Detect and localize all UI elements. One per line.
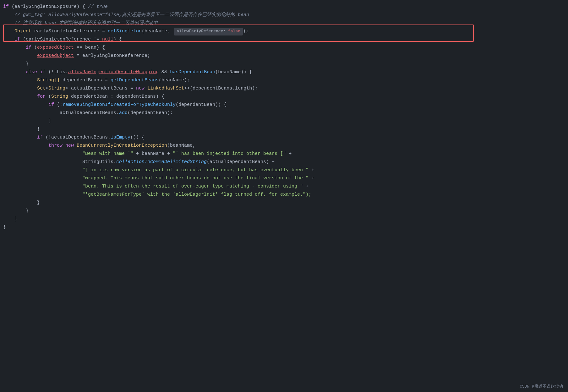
code-line: throw new BeanCurrentlyInCreationExcepti… [45,142,568,150]
code-text: && [159,68,170,76]
code-line: "Bean with name '" + beanName + "' has b… [79,150,568,158]
code-text: ( [46,93,51,101]
string-literal: "Bean with name '" [82,150,133,158]
type-keyword: String [51,93,68,101]
code-text: == bean) { [74,44,105,52]
code-line: } [0,224,568,232]
code-text: } [37,126,40,133]
code-line-highlighted: Object earlySingletonReference = getSing… [11,28,568,36]
keyword: if [3,3,9,11]
code-text [63,142,65,150]
variable: exposedObject [37,52,74,60]
keyword: throw [48,142,63,150]
type-keyword: BeanCurrentlyInCreationException [77,142,167,150]
code-line: if (earlySingletonExposure) { // true [0,3,568,11]
keyword: new [136,85,145,92]
code-text: <>(dependentBeans.length); [184,85,258,92]
code-text: (actualDependentBeans) + [207,158,275,166]
code-text: } [14,215,17,223]
type-keyword: String [48,85,65,92]
code-text: (beanName, [167,142,195,150]
code-text: } [26,60,29,68]
null-value: null [102,36,113,43]
code-text: + [303,183,309,190]
string-literal: "' has been injected into other beans [" [173,150,286,158]
code-line: if (earlySingletonReference != null) { [11,36,568,44]
code-text: (earlySingletonExposure) { [9,3,88,11]
function-name: collectionToCommaDelimitedString [116,158,207,166]
code-text: StringUtils. [82,158,116,166]
comment: // 注意现在 bean 才刚刚创建好还没有添加到一二级单例缓冲池中 [14,19,158,27]
footer: CSDN @魔道不误砍柴功 [515,382,568,392]
code-line: else if (!this.allowRawInjectionDespiteW… [23,68,568,77]
code-line: } [45,117,568,126]
code-text: ); [243,28,248,35]
code-text [145,85,147,92]
code-text: < [46,85,48,92]
tooltip-value: false [228,29,240,34]
type-keyword: Object [14,28,31,35]
code-text: actualDependentBeans. [60,109,119,117]
code-line: StringUtils.collectionToCommaDelimitedSt… [79,158,568,166]
code-line: Set<String> actualDependentBeans = new L… [34,85,568,93]
type-keyword: Set [37,85,46,92]
code-text: = earlySingletonReference; [74,52,150,60]
code-text: (beanName); [159,77,190,84]
code-text: ) { [113,36,122,43]
code-line: "] in its raw version as part of a circu… [79,166,568,175]
code-text: earlySingletonReference = [31,28,108,35]
code-text: + beanName + [133,150,173,158]
code-line: String[] dependentBeans = getDependentBe… [34,77,568,85]
code-text: (earlySingletonReference != [20,36,102,43]
keyword: if [40,68,46,76]
variable: allowRawInjectionDespiteWrapping [68,68,159,76]
function-name: getSingleton [108,28,142,35]
function-name: add [119,109,128,117]
code-line: } [11,215,568,224]
string-literal: "wrapped. This means that said other bea… [82,175,309,182]
code-line: if (!actualDependentBeans.isEmpty()) { [34,134,568,142]
comment: // gwm_tag: allowEarlyReference=false,其实… [14,11,249,19]
code-text: (beanName, [142,28,173,35]
function-name: getDependentBeans [111,77,159,84]
code-line: actualDependentBeans.add(dependentBean); [57,109,568,117]
code-text: > actualDependentBeans = [65,85,136,92]
keyword: if [26,44,31,52]
function-name: removeSingletonIfCreatedForTypeCheckOnly [63,101,176,109]
type-keyword: String[] [37,77,60,84]
code-line: "bean. This is often the result of over-… [79,183,568,191]
keyword: if [48,101,54,109]
code-line: "wrapped. This means that said other bea… [79,175,568,183]
parameter-tooltip: allowEarlyReference: false [174,28,243,35]
code-text: ( [31,44,37,52]
code-text: (!actualDependentBeans. [43,134,111,141]
string-literal: "] in its raw version as part of a circu… [82,166,309,174]
code-text: dependentBean : dependentBeans) { [68,93,164,101]
code-line: exposedObject = earlySingletonReference; [34,52,568,60]
code-line: } [23,207,568,215]
code-line: } [34,199,568,207]
function-name: isEmpty [111,134,130,141]
code-line: // gwm_tag: allowEarlyReference=false,其实… [11,11,568,19]
code-text: ()) { [130,134,145,141]
keyword: new [65,142,74,150]
variable: exposedObject [37,44,74,52]
code-text: + [286,150,292,158]
string-literal: "'getBeanNamesForType' with the 'allowEa… [82,191,311,199]
code-text: (! [54,101,63,109]
function-name: hasDependentBean [170,68,215,76]
code-text: } [26,207,29,215]
comment: // true [88,3,108,11]
keyword: if [37,134,43,141]
code-text: dependentBeans = [60,77,111,84]
code-text: (dependentBean); [128,109,173,117]
code-text [37,68,40,76]
code-line: // 注意现在 bean 才刚刚创建好还没有添加到一二级单例缓冲池中 [11,19,568,28]
code-text: (!this. [46,68,68,76]
keyword: else [26,68,37,76]
type-keyword: LinkedHashSet [147,85,184,92]
code-line: } [34,126,568,134]
code-container: if (earlySingletonExposure) { // true //… [0,0,568,392]
code-line: "'getBeanNamesForType' with the 'allowEa… [79,191,568,199]
code-text: } [3,224,6,231]
